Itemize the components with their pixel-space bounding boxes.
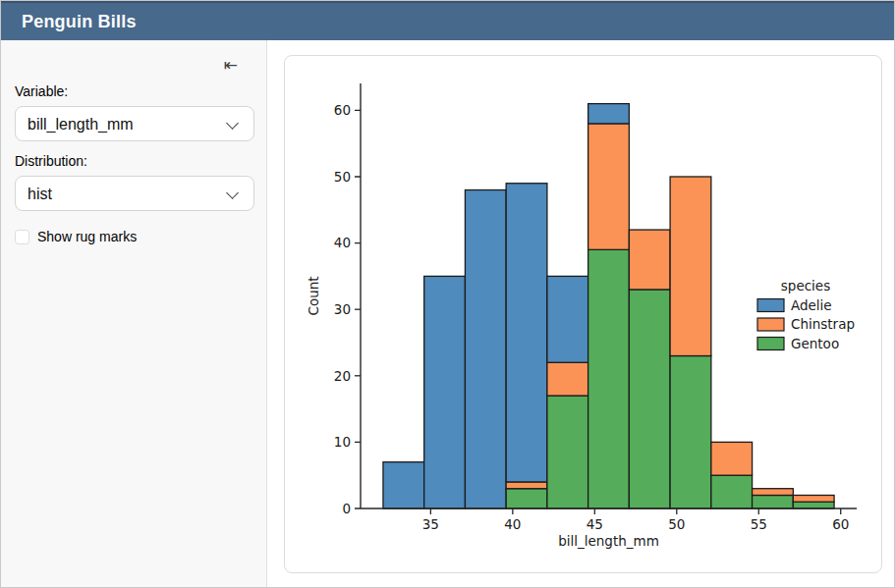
bar-segment-chinstrap xyxy=(711,442,753,475)
bar-segment-gentoo xyxy=(670,356,711,508)
bar-segment-chinstrap xyxy=(670,177,711,356)
y-tick-label: 0 xyxy=(342,501,351,516)
bar-segment-gentoo xyxy=(588,249,630,508)
bar-segment-chinstrap xyxy=(506,482,547,489)
variable-select[interactable]: bill_length_mm xyxy=(15,106,254,141)
bar-segment-chinstrap xyxy=(753,489,794,496)
bar-segment-gentoo xyxy=(711,475,753,508)
distribution-label: Distribution: xyxy=(15,153,252,169)
legend-swatch-gentoo xyxy=(757,338,784,350)
bar-segment-adelie xyxy=(588,104,630,124)
legend-label-gentoo: Gentoo xyxy=(791,336,839,351)
x-tick-label: 60 xyxy=(832,516,849,532)
x-tick-label: 55 xyxy=(751,516,767,532)
bar-segment-gentoo xyxy=(547,396,588,508)
legend-title: species xyxy=(781,278,830,294)
y-tick-label: 20 xyxy=(334,368,351,384)
bar-segment-adelie xyxy=(383,462,424,508)
bar-segment-gentoo xyxy=(629,290,670,508)
bar-segment-adelie xyxy=(547,276,588,362)
y-tick-label: 10 xyxy=(334,434,351,450)
window-root: Penguin Bills ⇤ Variable: bill_length_mm… xyxy=(0,0,895,588)
x-tick-label: 50 xyxy=(668,516,685,532)
sidebar-collapse-icon[interactable]: ⇤ xyxy=(220,55,242,76)
bar-segment-adelie xyxy=(465,190,506,508)
bar-segment-gentoo xyxy=(793,502,834,508)
x-tick-label: 35 xyxy=(422,516,439,532)
bar-segment-adelie xyxy=(424,276,466,508)
rug-checkbox[interactable] xyxy=(15,230,29,244)
variable-label: Variable: xyxy=(15,83,252,99)
legend-swatch-adelie xyxy=(757,299,784,312)
distribution-select-wrap: hist xyxy=(15,176,252,211)
plot-card: 3540455055600102030405060bill_length_mmC… xyxy=(284,55,882,573)
rug-checkbox-row: Show rug marks xyxy=(15,229,252,244)
bar-segment-adelie xyxy=(506,184,547,482)
legend-label-chinstrap: Chinstrap xyxy=(791,316,855,332)
bar-segment-chinstrap xyxy=(547,362,588,396)
bar-segment-chinstrap xyxy=(629,230,670,290)
bar-segment-gentoo xyxy=(506,489,547,508)
legend-label-adelie: Adelie xyxy=(791,297,832,313)
x-tick-label: 45 xyxy=(587,516,603,532)
y-tick-label: 30 xyxy=(334,301,351,317)
bar-segment-chinstrap xyxy=(588,124,630,249)
bar-segment-gentoo xyxy=(753,495,794,508)
sidebar-collapse-row: ⇤ xyxy=(15,50,252,80)
bar-segment-chinstrap xyxy=(793,495,834,502)
legend-swatch-chinstrap xyxy=(757,318,784,331)
rug-checkbox-label: Show rug marks xyxy=(37,229,137,244)
app-title: Penguin Bills xyxy=(22,12,137,32)
variable-select-wrap: bill_length_mm xyxy=(15,106,252,141)
y-tick-label: 40 xyxy=(334,235,351,250)
y-tick-label: 60 xyxy=(334,102,351,118)
y-axis-label: Count xyxy=(306,276,321,315)
sidebar: ⇤ Variable: bill_length_mm Distribution:… xyxy=(1,40,267,588)
x-tick-label: 40 xyxy=(504,516,521,532)
app-header: Penguin Bills xyxy=(1,1,894,40)
y-tick-label: 50 xyxy=(334,169,351,185)
histogram-plot: 3540455055600102030405060bill_length_mmC… xyxy=(285,56,882,573)
x-axis-label: bill_length_mm xyxy=(558,533,659,549)
distribution-select[interactable]: hist xyxy=(15,176,254,211)
